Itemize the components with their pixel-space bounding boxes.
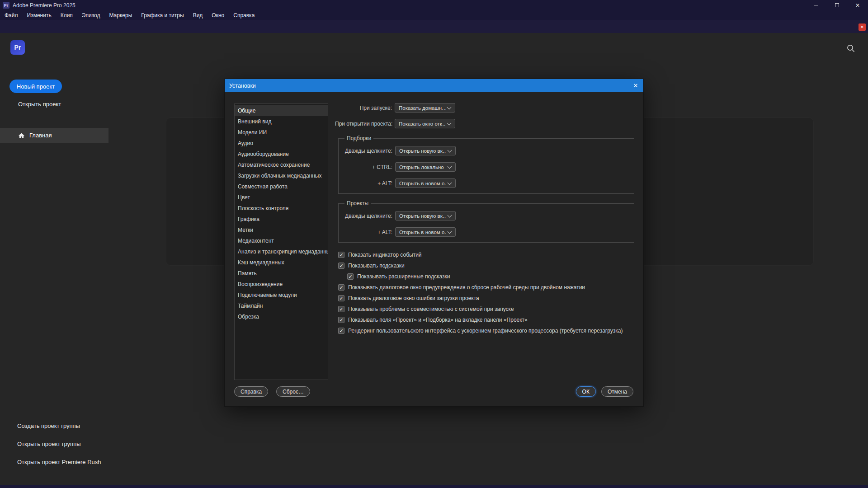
general-rows: При запуске:Показать домашн…При открытии… <box>335 103 634 128</box>
checkbox-label: Показывать подсказки <box>348 263 405 269</box>
settings-panel: При запуске:Показать домашн…При открытии… <box>335 103 634 336</box>
checkbox[interactable]: ✓ <box>338 317 344 323</box>
overlay-close-button[interactable]: ✕ <box>859 23 866 31</box>
checkbox[interactable]: ✓ <box>338 263 344 269</box>
dropdown[interactable]: Открыть в новом о… <box>395 227 456 237</box>
dropdown-value: Показать окно отк… <box>399 121 446 127</box>
category-item[interactable]: Анализ и транскрипция медиаданных <box>235 246 328 257</box>
dialog-footer: Справка Сброс… ОК Отмена <box>234 386 633 397</box>
minimize-button[interactable] <box>806 0 826 10</box>
dropdown[interactable]: Открыть новую вк… <box>395 211 456 221</box>
dropdown-value: Показать домашн… <box>399 105 446 111</box>
secondary-bar <box>0 20 868 33</box>
menu-item[interactable]: Окно <box>207 12 229 19</box>
group-title: Подборки <box>344 135 373 141</box>
category-list: ОбщиеВнешний видМодели ИИАудиоАудиообору… <box>234 103 328 380</box>
home-icon <box>18 132 25 139</box>
category-item[interactable]: Графика <box>235 214 328 225</box>
menu-item[interactable]: Маркеры <box>104 12 137 19</box>
checkbox-row: ✓Показывать поля «Проект» и «Подборка» н… <box>338 314 634 325</box>
menu-item[interactable]: Изменить <box>23 12 56 19</box>
window-titlebar: Pr Adobe Premiere Pro 2025 ✕ <box>0 0 868 10</box>
category-item[interactable]: Аудиооборудование <box>235 149 328 160</box>
dropdown-value: Открыть в новом о… <box>399 230 446 235</box>
setting-label: Дважды щелкните: <box>339 148 392 154</box>
sidebar-item-label: Главная <box>29 132 52 139</box>
menu-item[interactable]: Клип <box>56 12 77 19</box>
category-item[interactable]: Плоскость контроля <box>235 203 328 214</box>
category-item[interactable]: Обрезка <box>235 311 328 322</box>
home-footer-link[interactable]: Открыть проект Premiere Rush <box>17 458 101 467</box>
dropdown-value: Открыть локально <box>399 164 446 170</box>
group-title: Проекты <box>344 200 371 206</box>
checkbox[interactable]: ✓ <box>338 295 344 301</box>
category-item[interactable]: Общие <box>235 105 328 116</box>
group-boxes: ПодборкиДважды щелкните:Открыть новую вк… <box>335 135 634 243</box>
category-item[interactable]: Загрузки облачных медиаданных <box>235 170 328 181</box>
dropdown[interactable]: Открыть локально <box>395 162 456 172</box>
category-item[interactable]: Цвет <box>235 192 328 203</box>
home-footer-link[interactable]: Создать проект группы <box>17 422 101 431</box>
category-item[interactable]: Память <box>235 268 328 279</box>
new-project-button[interactable]: Новый проект <box>9 80 62 93</box>
category-item[interactable]: Внешний вид <box>235 116 328 127</box>
maximize-button[interactable] <box>826 0 847 10</box>
checkbox[interactable]: ✓ <box>347 273 354 280</box>
checkbox-label: Показывать проблемы с совместимостью с с… <box>348 306 514 312</box>
dropdown[interactable]: Открыть в новом о… <box>395 178 456 188</box>
dropdown[interactable]: Открыть новую вк… <box>395 146 456 155</box>
checkbox-row: ✓Показывать диалоговое окно предупрежден… <box>338 282 634 293</box>
setting-row: При запуске:Показать домашн… <box>335 103 634 113</box>
dropdown[interactable]: Показать домашн… <box>395 103 455 113</box>
setting-row: При открытии проекта:Показать окно отк… <box>335 119 634 128</box>
chevron-down-icon <box>448 229 452 234</box>
menu-item[interactable]: Справка <box>229 12 259 19</box>
checkbox[interactable]: ✓ <box>338 284 344 291</box>
checkbox[interactable]: ✓ <box>338 252 344 258</box>
setting-row: + ALT:Открыть в новом о… <box>339 178 634 188</box>
checkbox[interactable]: ✓ <box>338 328 344 334</box>
dialog-close-button[interactable]: ✕ <box>628 82 643 89</box>
setting-row: + ALT:Открыть в новом о… <box>339 227 634 237</box>
sidebar-item-home[interactable]: Главная <box>0 128 108 143</box>
category-item[interactable]: Совместная работа <box>235 181 328 192</box>
category-item[interactable]: Метки <box>235 225 328 235</box>
setting-label: При открытии проекта: <box>335 121 392 127</box>
category-item[interactable]: Модели ИИ <box>235 127 328 138</box>
menu-item[interactable]: Вид <box>189 12 208 19</box>
category-item[interactable]: Кэш медиаданных <box>235 257 328 268</box>
cancel-button[interactable]: Отмена <box>601 386 633 397</box>
menu-item[interactable]: Графика и титры <box>137 12 188 19</box>
menu-item[interactable]: Эпизод <box>77 12 105 19</box>
menu-item[interactable]: Файл <box>0 12 23 19</box>
menu-bar: ФайлИзменитьКлипЭпизодМаркерыГрафика и т… <box>0 10 868 20</box>
category-item[interactable]: Воспроизведение <box>235 279 328 290</box>
close-button[interactable]: ✕ <box>847 0 868 10</box>
search-icon[interactable] <box>846 43 856 53</box>
category-item[interactable]: Подключаемые модули <box>235 290 328 300</box>
checkbox[interactable]: ✓ <box>338 306 344 312</box>
preferences-dialog: Установки ✕ ОбщиеВнешний видМодели ИИАуд… <box>224 79 644 407</box>
dropdown-value: Открыть новую вк… <box>399 213 446 219</box>
checkbox-list: ✓Показать индикатор событий✓Показывать п… <box>338 249 634 336</box>
reset-button[interactable]: Сброс… <box>276 386 310 397</box>
chevron-down-icon <box>448 213 452 217</box>
group-box: ПроектыДважды щелкните:Открыть новую вк…… <box>338 200 634 243</box>
checkbox-label: Показать индикатор событий <box>348 252 422 258</box>
window-controls: ✕ <box>806 0 868 10</box>
chevron-down-icon <box>448 148 452 152</box>
setting-label: Дважды щелкните: <box>339 213 392 219</box>
checkbox-label: Показать диалоговое окно ошибки загрузки… <box>348 295 479 301</box>
category-item[interactable]: Аудио <box>235 138 328 149</box>
home-footer-link[interactable]: Открыть проект группы <box>17 440 101 449</box>
dialog-titlebar[interactable]: Установки ✕ <box>225 79 643 92</box>
category-item[interactable]: Автоматическое сохранение <box>235 160 328 170</box>
help-button[interactable]: Справка <box>234 386 268 397</box>
category-item[interactable]: Медиаконтент <box>235 235 328 246</box>
setting-row: Дважды щелкните:Открыть новую вк… <box>339 211 634 221</box>
setting-label: + ALT: <box>339 229 392 235</box>
dropdown[interactable]: Показать окно отк… <box>395 119 455 128</box>
ok-button[interactable]: ОК <box>576 386 596 397</box>
category-item[interactable]: Таймлайн <box>235 300 328 311</box>
open-project-link[interactable]: Открыть проект <box>18 101 61 108</box>
